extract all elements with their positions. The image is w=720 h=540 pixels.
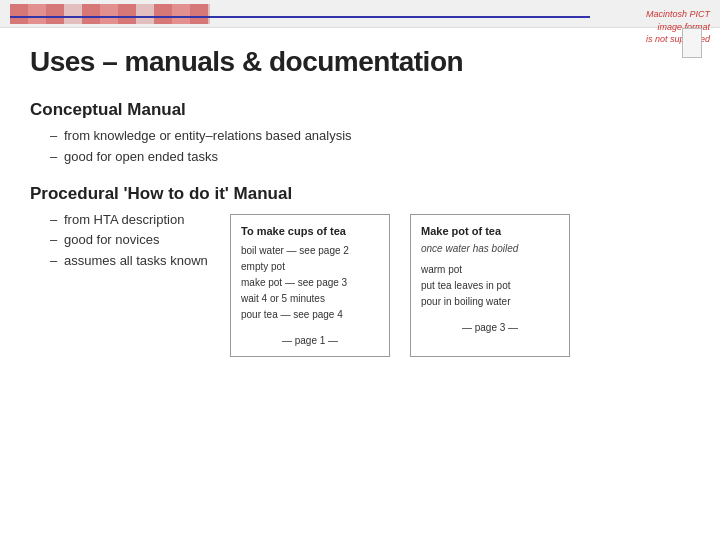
card2-line3: pour in boiling water <box>421 294 559 310</box>
procedural-heading: Procedural 'How to do it' Manual <box>30 184 690 204</box>
list-item: from HTA description <box>50 210 210 231</box>
tea-card-2: Make pot of tea once water has boiled wa… <box>410 214 570 358</box>
card2-line2: put tea leaves in pot <box>421 278 559 294</box>
procedural-bullets: from HTA description good for novices as… <box>50 210 210 272</box>
page-title: Uses – manuals & documentation <box>30 46 690 78</box>
card1-footer: — page 1 — <box>241 333 379 348</box>
procedural-content: from HTA description good for novices as… <box>30 210 690 358</box>
top-banner <box>0 0 720 28</box>
card1-line3: make pot — see page 3 <box>241 275 379 291</box>
card2-title: Make pot of tea <box>421 223 559 240</box>
card1-line5: pour tea — see page 4 <box>241 307 379 323</box>
conceptual-bullets: from knowledge or entity–relations based… <box>50 126 690 168</box>
cards-row: To make cups of tea boil water — see pag… <box>230 214 570 358</box>
list-item: from knowledge or entity–relations based… <box>50 126 690 147</box>
card1-body: boil water — see page 2 empty pot make p… <box>241 243 379 323</box>
procedural-bullets-wrapper: from HTA description good for novices as… <box>30 210 210 288</box>
card2-subtitle: once water has boiled <box>421 241 559 256</box>
card1-line1: boil water — see page 2 <box>241 243 379 259</box>
conceptual-section: Conceptual Manual from knowledge or enti… <box>30 100 690 168</box>
card1-line4: wait 4 or 5 minutes <box>241 291 379 307</box>
card2-line1: warm pot <box>421 262 559 278</box>
procedural-section: Procedural 'How to do it' Manual from HT… <box>30 184 690 358</box>
banner-logo <box>10 4 210 24</box>
card2-body: warm pot put tea leaves in pot pour in b… <box>421 262 559 310</box>
card1-title: To make cups of tea <box>241 223 379 240</box>
list-item: good for novices <box>50 230 210 251</box>
tea-card-1: To make cups of tea boil water — see pag… <box>230 214 390 358</box>
list-item: assumes all tasks known <box>50 251 210 272</box>
main-content: Uses – manuals & documentation Conceptua… <box>0 28 720 540</box>
banner-line <box>10 16 590 18</box>
conceptual-heading: Conceptual Manual <box>30 100 690 120</box>
card1-line2: empty pot <box>241 259 379 275</box>
list-item: good for open ended tasks <box>50 147 690 168</box>
card2-footer: — page 3 — <box>421 320 559 335</box>
